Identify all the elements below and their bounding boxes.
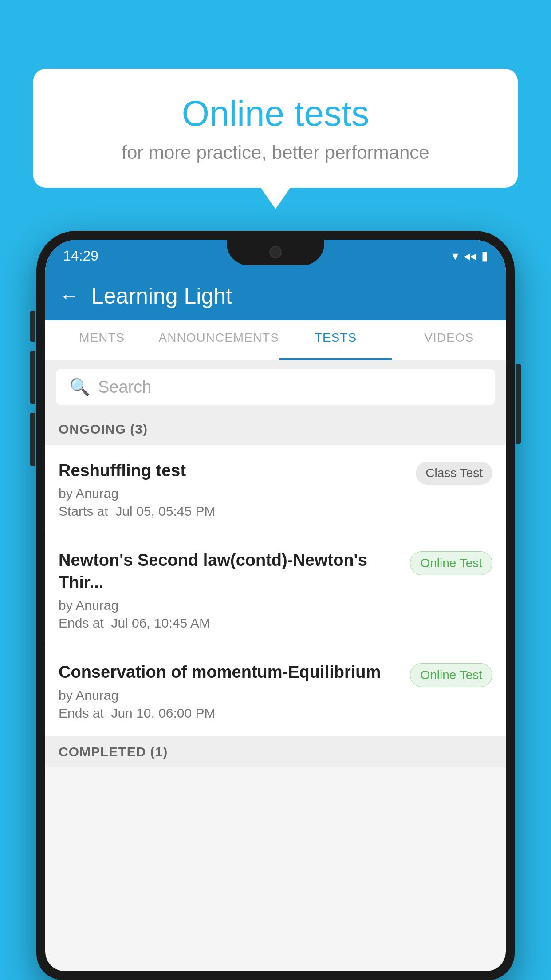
- test-author: by Anurag: [59, 688, 403, 703]
- tab-tests[interactable]: TESTS: [279, 320, 393, 360]
- test-badge-online: Online Test: [410, 663, 492, 687]
- phone-notch: [227, 240, 324, 265]
- search-container: 🔍 Search: [45, 360, 506, 414]
- search-placeholder: Search: [98, 378, 151, 397]
- test-title: Reshuffling test: [59, 460, 409, 482]
- test-author: by Anurag: [59, 486, 409, 501]
- test-item[interactable]: Conservation of momentum-Equilibrium by …: [45, 646, 506, 736]
- test-info: Reshuffling test by Anurag Starts at Jul…: [59, 460, 409, 519]
- test-time: Starts at Jul 05, 05:45 PM: [59, 504, 409, 519]
- test-info: Newton's Second law(contd)-Newton's Thir…: [59, 549, 403, 631]
- volume-button: [30, 311, 35, 342]
- tab-videos[interactable]: VIDEOS: [392, 320, 506, 360]
- phone-screen: 14:29 ▾ ◂◂ ▮ ← Learning Light MENTS ANNO…: [45, 240, 506, 971]
- bubble-title: Online tests: [60, 93, 491, 134]
- power-button: [516, 364, 521, 444]
- back-button[interactable]: ←: [59, 285, 79, 307]
- completed-section-header: COMPLETED (1): [45, 736, 506, 767]
- battery-icon: ▮: [481, 249, 488, 263]
- test-time: Ends at Jun 10, 06:00 PM: [59, 706, 403, 721]
- bubble-subtitle: for more practice, better performance: [60, 142, 491, 163]
- ongoing-section-header: ONGOING (3): [45, 414, 506, 445]
- test-item[interactable]: Newton's Second law(contd)-Newton's Thir…: [45, 534, 506, 646]
- tab-ments[interactable]: MENTS: [45, 320, 159, 360]
- test-list: Reshuffling test by Anurag Starts at Jul…: [45, 445, 506, 736]
- status-time: 14:29: [63, 248, 98, 264]
- phone-frame: 14:29 ▾ ◂◂ ▮ ← Learning Light MENTS ANNO…: [36, 231, 515, 980]
- app-bar-title: Learning Light: [91, 283, 232, 309]
- app-bar: ← Learning Light: [45, 272, 506, 320]
- test-author: by Anurag: [59, 598, 403, 613]
- promo-bubble: Online tests for more practice, better p…: [33, 69, 518, 188]
- search-icon: 🔍: [69, 377, 90, 397]
- search-bar[interactable]: 🔍 Search: [56, 369, 495, 405]
- test-title: Newton's Second law(contd)-Newton's Thir…: [59, 549, 403, 593]
- test-badge-online: Online Test: [410, 551, 492, 575]
- volume-up-button: [30, 351, 35, 404]
- volume-down-button: [30, 413, 35, 466]
- wifi-icon: ▾: [452, 249, 458, 263]
- tab-announcements[interactable]: ANNOUNCEMENTS: [159, 320, 279, 360]
- tab-bar: MENTS ANNOUNCEMENTS TESTS VIDEOS: [45, 320, 506, 360]
- test-badge-class: Class Test: [416, 462, 492, 485]
- status-icons: ▾ ◂◂ ▮: [452, 249, 488, 263]
- test-item[interactable]: Reshuffling test by Anurag Starts at Jul…: [45, 445, 506, 534]
- phone-camera: [269, 246, 282, 258]
- test-time: Ends at Jul 06, 10:45 AM: [59, 616, 403, 631]
- test-title: Conservation of momentum-Equilibrium: [59, 661, 403, 683]
- test-info: Conservation of momentum-Equilibrium by …: [59, 661, 403, 720]
- signal-icon: ◂◂: [464, 249, 476, 263]
